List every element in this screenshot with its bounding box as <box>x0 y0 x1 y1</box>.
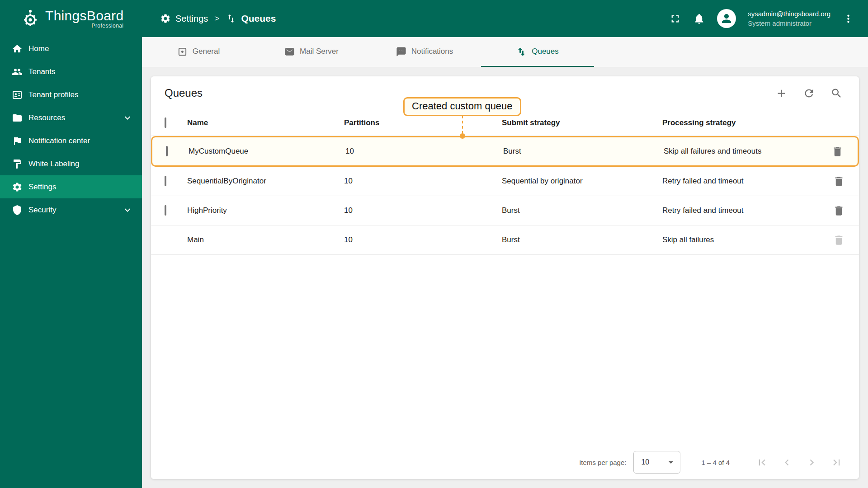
queue-processing-strategy: Retry failed and timeout <box>662 177 818 186</box>
breadcrumb: Settings > Queues <box>160 13 276 24</box>
trash-icon <box>833 205 845 217</box>
security-shield-icon <box>12 205 23 216</box>
queue-processing-strategy: Skip all failures and timeouts <box>664 147 817 156</box>
app-name: ThingsBoard <box>45 9 123 23</box>
column-header-processing-strategy: Processing strategy <box>662 118 818 127</box>
breadcrumb-queues[interactable]: Queues <box>226 13 276 24</box>
queue-submit-strategy: Burst <box>503 147 664 156</box>
tab-label: Queues <box>532 47 559 56</box>
sidebar: Home Tenants Tenant profiles Resources <box>0 37 142 488</box>
queues-icon <box>516 47 527 57</box>
sidebar-item-settings[interactable]: Settings <box>0 175 142 198</box>
chevron-left-icon <box>781 456 793 469</box>
tab-queues[interactable]: Queues <box>481 37 594 67</box>
page-range-label: 1 – 4 of 4 <box>701 459 730 466</box>
plus-icon <box>775 87 788 99</box>
mail-icon <box>284 47 295 57</box>
sidebar-item-label: Tenants <box>28 67 56 76</box>
delete-queue-button[interactable] <box>833 205 845 217</box>
main-content: General Mail Server Notifications Queues <box>142 37 868 488</box>
column-header-partitions: Partitions <box>344 118 502 127</box>
sidebar-item-label: Settings <box>28 183 56 192</box>
delete-queue-button[interactable] <box>833 175 845 188</box>
fullscreen-button[interactable] <box>669 13 681 25</box>
breadcrumb-settings[interactable]: Settings <box>160 13 208 24</box>
notifications-button[interactable] <box>693 13 705 25</box>
search-icon <box>830 87 843 99</box>
first-page-icon <box>756 456 768 469</box>
add-queue-button[interactable] <box>775 87 788 99</box>
queue-name: Main <box>187 235 344 244</box>
first-page-button[interactable] <box>756 456 768 469</box>
card-title: Queues <box>165 87 203 99</box>
sidebar-item-label: White Labeling <box>28 160 79 169</box>
sidebar-item-tenant-profiles[interactable]: Tenant profiles <box>0 83 142 106</box>
delete-queue-button-disabled <box>833 234 845 246</box>
queue-processing-strategy: Retry failed and timeout <box>662 206 818 215</box>
breadcrumb-separator: > <box>214 14 219 23</box>
delete-queue-button[interactable] <box>831 145 844 158</box>
general-tab-icon <box>177 47 188 57</box>
items-per-page-label: Items per page: <box>579 459 626 466</box>
tab-label: Notifications <box>411 47 453 56</box>
trash-icon <box>831 145 844 158</box>
home-icon <box>12 43 23 54</box>
queue-submit-strategy: Sequential by originator <box>502 177 662 186</box>
tenant-profiles-icon <box>12 89 23 100</box>
header-actions: sysadmin@thingsboard.org System administ… <box>669 9 868 28</box>
prev-page-button[interactable] <box>781 456 793 469</box>
sidebar-item-white-labeling[interactable]: White Labeling <box>0 152 142 175</box>
column-header-name: Name <box>187 118 344 127</box>
tab-general[interactable]: General <box>142 37 255 67</box>
refresh-button[interactable] <box>803 87 815 99</box>
table-row-mycustomqueue[interactable]: MyCustomQueue 10 Burst Skip all failures… <box>151 136 859 167</box>
tenants-icon <box>12 66 23 77</box>
thingsboard-logo-icon <box>20 8 41 29</box>
header-menu-button[interactable] <box>842 13 854 25</box>
table-row-main[interactable]: Main 10 Burst Skip all failures <box>151 225 859 255</box>
chevron-down-icon <box>122 113 133 123</box>
queue-processing-strategy: Skip all failures <box>662 235 818 244</box>
queue-partitions: 10 <box>344 206 502 215</box>
sidebar-item-label: Resources <box>28 113 65 122</box>
queues-card: Created custom queue Queues <box>151 76 859 479</box>
tab-notifications[interactable]: Notifications <box>368 37 481 67</box>
sidebar-item-label: Tenant profiles <box>28 90 79 99</box>
select-all-checkbox[interactable] <box>165 117 166 128</box>
sidebar-item-security[interactable]: Security <box>0 198 142 221</box>
sidebar-item-home[interactable]: Home <box>0 37 142 60</box>
white-labeling-icon <box>12 159 23 169</box>
sidebar-item-resources[interactable]: Resources <box>0 106 142 129</box>
next-page-button[interactable] <box>806 456 818 469</box>
items-per-page-select[interactable]: 10 <box>633 451 680 474</box>
search-button[interactable] <box>830 87 843 99</box>
bell-icon <box>693 13 705 25</box>
last-page-button[interactable] <box>830 456 843 469</box>
annotation-callout: Created custom queue <box>403 97 521 116</box>
notification-center-icon <box>12 136 23 146</box>
logo-text: ThingsBoard Professional <box>45 9 123 29</box>
app-edition: Professional <box>92 23 124 29</box>
table-row-sequentialbyoriginator[interactable]: SequentialByOriginator 10 Sequential by … <box>151 167 859 196</box>
column-header-submit-strategy: Submit strategy <box>502 118 662 127</box>
more-vert-icon <box>842 13 854 25</box>
row-checkbox[interactable] <box>165 205 166 216</box>
row-checkbox[interactable] <box>166 146 168 156</box>
thingsboard-logo[interactable]: ThingsBoard Professional <box>0 8 142 29</box>
tab-mail-server[interactable]: Mail Server <box>255 37 368 67</box>
table-row-highpriority[interactable]: HighPriority 10 Burst Retry failed and t… <box>151 196 859 225</box>
settings-icon <box>12 182 23 192</box>
avatar[interactable] <box>717 9 736 28</box>
queue-partitions: 10 <box>345 147 503 156</box>
queue-submit-strategy: Burst <box>502 206 662 215</box>
card-actions <box>775 87 843 99</box>
sidebar-item-tenants[interactable]: Tenants <box>0 60 142 83</box>
sidebar-item-notification-center[interactable]: Notification center <box>0 129 142 152</box>
table-empty-space <box>151 255 859 446</box>
annotation-connector-line <box>462 116 463 134</box>
user-info[interactable]: sysadmin@thingsboard.org System administ… <box>748 9 830 28</box>
row-checkbox[interactable] <box>165 176 166 186</box>
sidebar-item-label: Notification center <box>28 136 90 145</box>
queue-name: MyCustomQueue <box>189 147 345 156</box>
queue-name: SequentialByOriginator <box>187 177 344 186</box>
